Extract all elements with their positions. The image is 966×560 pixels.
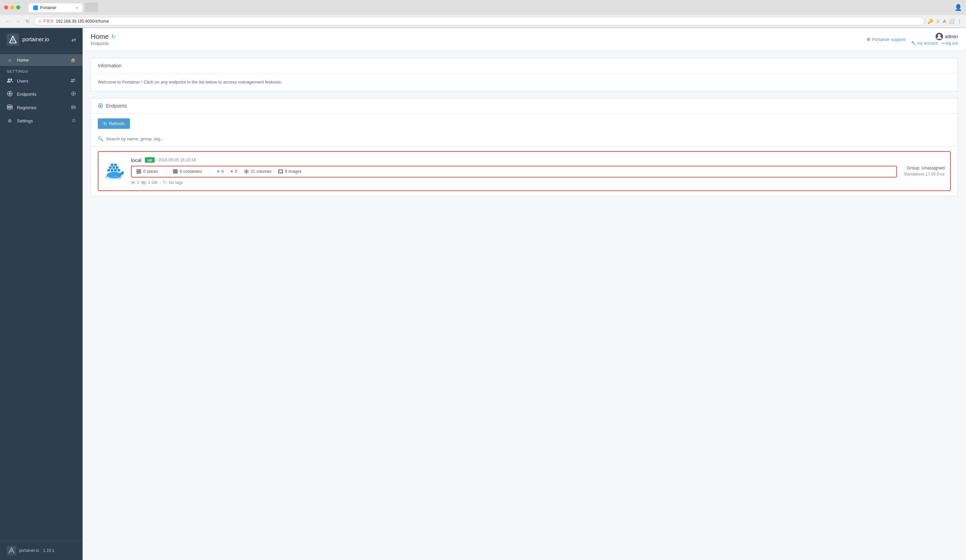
svg-point-5 <box>71 79 73 80</box>
healthy-count: 6 <box>221 169 224 174</box>
home-nav-icon: 🏠 <box>71 57 76 62</box>
portainer-logo-icon <box>7 33 19 46</box>
unhealthy-count: 0 <box>235 169 237 174</box>
reload-button[interactable]: ↻ <box>25 18 31 25</box>
browser-chrome: Portainer ✕ 👤 ← → ↻ ⚠ 不安全 192.168.39.185… <box>0 0 966 28</box>
page-subtitle: Endpoints <box>91 41 116 46</box>
endpoint-name: local <box>131 157 141 163</box>
endpoint-info: local up 2018-09-05 16:10:18 <box>131 157 897 185</box>
footer-logo-icon <box>7 546 16 555</box>
svg-point-14 <box>73 93 74 95</box>
endpoints-section-title: Endpoints <box>106 103 127 108</box>
settings-icon: ⚙ <box>7 118 13 123</box>
svg-point-29 <box>100 105 102 106</box>
user-name-display: admin <box>936 33 958 40</box>
back-button[interactable]: ← <box>4 18 12 25</box>
endpoints-section-header: Endpoints <box>91 98 958 114</box>
more-icon[interactable]: ⋮ <box>957 19 962 24</box>
my-account-link[interactable]: 🔧 my account <box>911 41 938 46</box>
page-refresh-icon[interactable]: ↻ <box>111 33 116 40</box>
svg-rect-62 <box>142 182 143 183</box>
svg-point-26 <box>10 550 13 552</box>
refresh-btn-icon: ↻ <box>103 121 107 126</box>
sidebar-item-users[interactable]: Users <box>0 75 82 87</box>
svg-rect-45 <box>136 171 141 172</box>
svg-rect-43 <box>114 164 117 166</box>
svg-rect-37 <box>114 169 117 172</box>
cast-icon[interactable]: ⬜ <box>949 19 955 24</box>
svg-rect-44 <box>136 169 141 170</box>
sidebar-item-settings[interactable]: ⚙ Settings ⚙ <box>0 114 82 127</box>
volumes-count: 21 volumes <box>251 169 271 174</box>
user-menu: admin 🔧 my account ↪ log out <box>911 33 958 46</box>
sidebar-item-registries[interactable]: Registries <box>0 101 82 114</box>
endpoint-list: local up 2018-09-05 16:10:18 <box>91 146 958 196</box>
support-link[interactable]: ⊗ Portainer support <box>866 36 906 42</box>
url-display: 192.168.39.185:9000/#/home <box>56 19 109 24</box>
svg-point-21 <box>7 108 13 110</box>
sidebar-item-home[interactable]: ⌂ Home 🏠 <box>0 54 82 66</box>
svg-rect-63 <box>143 182 145 183</box>
sidebar-item-endpoints-label: Endpoints <box>17 92 36 97</box>
separator-1: - <box>165 169 166 174</box>
browser-titlebar: Portainer ✕ 👤 <box>0 0 966 15</box>
browser-tab[interactable]: Portainer ✕ <box>28 3 82 12</box>
my-account-label: my account <box>917 41 938 46</box>
user-profile-icon[interactable]: 👤 <box>955 4 962 11</box>
endpoint-meta: 2 1 GB - <box>131 180 897 185</box>
endpoints-icon <box>7 91 13 98</box>
page-title-text: Home <box>91 33 108 41</box>
wrench-icon: 🔧 <box>911 41 916 46</box>
registries-icon <box>7 105 13 111</box>
svg-rect-36 <box>111 169 113 172</box>
sidebar-footer: portainer.io 1.19.1 <box>0 541 82 560</box>
svg-point-4 <box>10 79 12 80</box>
sidebar-item-settings-label: Settings <box>17 118 33 123</box>
svg-rect-49 <box>173 172 178 174</box>
endpoint-standalone: Standalone 17.05.0-ce <box>904 172 945 177</box>
endpoint-stats: 0 stacks - 6 containers <box>131 166 897 177</box>
sidebar-settings-toggle[interactable]: ⇄ <box>71 36 76 43</box>
minimize-traffic-light[interactable] <box>10 5 14 10</box>
bookmark-icon[interactable]: ☆ <box>936 19 940 24</box>
sidebar-item-endpoints[interactable]: Endpoints <box>0 87 82 101</box>
forward-button[interactable]: → <box>14 18 22 25</box>
information-card: Information Welcome to Portainer ! Click… <box>91 58 958 91</box>
footer-version: 1.19.1 <box>43 548 54 553</box>
registries-db-icon <box>71 105 76 110</box>
endpoint-item-local[interactable]: local up 2018-09-05 16:10:18 <box>98 151 951 191</box>
images-count: 8 images <box>285 169 302 174</box>
tab-close-button[interactable]: ✕ <box>75 6 78 10</box>
endpoint-right-info: Group: Unassigned Standalone 17.05.0-ce <box>904 165 945 177</box>
svg-point-51 <box>245 171 247 172</box>
cpu-count: 2 <box>137 180 140 185</box>
heart-green-icon: ♥ <box>217 169 219 174</box>
memory-size: 1 GB <box>148 180 158 185</box>
stacks-icon <box>136 169 141 174</box>
log-out-link[interactable]: ↪ log out <box>941 41 958 46</box>
home-icon: ⌂ <box>7 57 13 62</box>
svg-rect-47 <box>173 169 178 171</box>
svg-point-3 <box>8 79 10 80</box>
acrobat-icon[interactable]: A <box>943 19 946 24</box>
volumes-icon <box>244 169 249 174</box>
close-traffic-light[interactable] <box>4 5 8 10</box>
welcome-text: Welcome to Portainer ! Click on any endp… <box>98 79 951 85</box>
information-card-header: Information <box>91 58 958 74</box>
footer-logo-text: portainer.io <box>19 548 39 553</box>
key-icon[interactable]: 🔑 <box>927 19 933 24</box>
address-bar[interactable]: ⚠ 不安全 192.168.39.185:9000/#/home <box>34 17 925 25</box>
tab-title: Portainer <box>40 5 56 10</box>
maximize-traffic-light[interactable] <box>16 5 20 10</box>
user-actions: 🔧 my account ↪ log out <box>911 41 958 46</box>
new-tab-area <box>85 3 98 12</box>
stat-volumes: 21 volumes <box>244 169 271 174</box>
search-bar: 🔍 <box>91 134 958 146</box>
refresh-button[interactable]: ↻ Refresh <box>98 118 130 129</box>
svg-rect-60 <box>132 182 134 183</box>
stat-stacks: 0 stacks <box>136 169 158 174</box>
tab-favicon <box>33 5 38 10</box>
search-input[interactable] <box>106 136 951 141</box>
page-header-right: ⊗ Portainer support admin <box>866 33 958 46</box>
tags-icon <box>163 180 167 185</box>
